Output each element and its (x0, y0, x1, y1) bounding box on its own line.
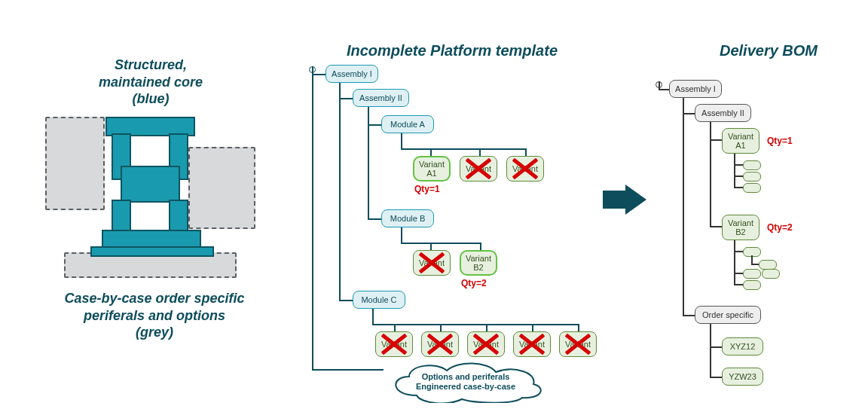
node-variant-c: Variant (375, 331, 413, 357)
label-left-top: Structured, maintained core (blue) (68, 56, 234, 108)
node-variant-c: Variant (513, 331, 551, 357)
node-assembly-1: Assembly I (669, 80, 722, 98)
node-variant-b1: Variant (413, 250, 451, 276)
node-variant-c: Variant (467, 331, 505, 357)
node-sub (743, 183, 761, 193)
node-variant-a1: Variant A1 (722, 128, 760, 154)
teal-core (112, 200, 131, 233)
options-cloud: Options and periferals Engineered case-b… (383, 362, 549, 403)
delivery-tree: Assembly I Assembly II Variant A1 Qty=1 … (656, 75, 851, 392)
node-variant-b2: Variant B2 (460, 250, 497, 276)
node-assembly-1: Assembly I (326, 65, 378, 83)
template-tree: Assembly I Assembly II Module A Variant … (309, 60, 618, 384)
node-sub (743, 172, 761, 182)
node-variant-c: Variant (559, 331, 597, 357)
node-assembly-2: Assembly II (695, 104, 751, 122)
node-variant-a2: Variant (460, 156, 497, 182)
node-module-a: Module A (381, 115, 434, 133)
cloud-line2: Engineered case-by-case (416, 382, 515, 391)
node-order-specific: Order specific (695, 306, 761, 324)
qty-b2: Qty=2 (767, 222, 793, 233)
node-sub (762, 269, 780, 279)
node-module-b: Module B (381, 209, 434, 227)
node-sub (743, 160, 761, 170)
cloud-line1: Options and periferals (422, 372, 510, 381)
node-variant-a1: Variant A1 (413, 156, 451, 182)
node-variant-a3: Variant (506, 156, 544, 182)
node-yzw23: YZW23 (722, 368, 763, 386)
title-center: Incomplete Platform template (339, 41, 565, 60)
qty-b2: Qty=2 (461, 278, 487, 288)
node-sub (743, 280, 761, 290)
qty-a1: Qty=1 (414, 184, 440, 194)
node-variant-c: Variant (421, 331, 459, 357)
node-xyz12: XYZ12 (722, 337, 763, 355)
teal-core (90, 246, 214, 257)
node-variant-b2: Variant B2 (722, 215, 760, 240)
node-assembly-2: Assembly II (353, 89, 409, 107)
title-right: Delivery BOM (701, 41, 836, 60)
qty-a1: Qty=1 (767, 136, 793, 146)
grey-peripheral (188, 147, 255, 229)
core-illustration (45, 113, 256, 279)
node-module-c: Module C (353, 291, 405, 309)
label-left-bottom: Case-by-case order specific periferals a… (41, 290, 267, 341)
teal-core (169, 200, 188, 233)
node-sub (743, 269, 761, 279)
grey-peripheral (45, 117, 105, 210)
teal-core (121, 166, 180, 203)
